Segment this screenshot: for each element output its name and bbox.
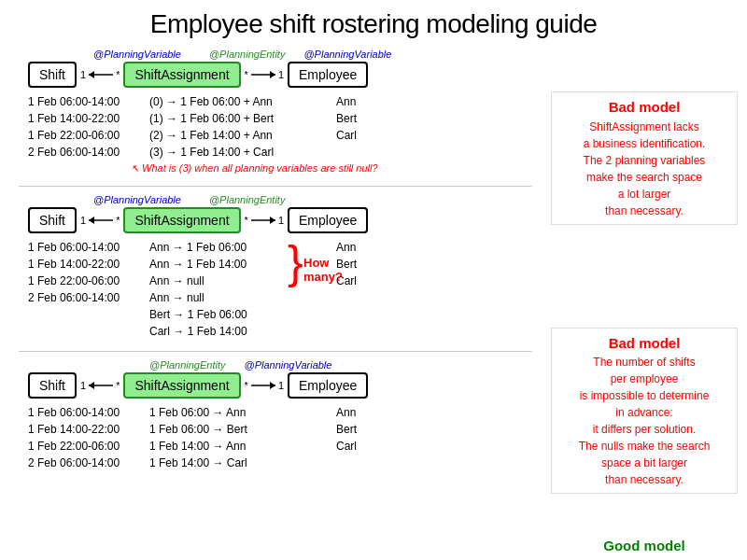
arrow-left-2 [87, 212, 115, 229]
arrow-left-1 [87, 66, 115, 83]
good-model-text: The number of employees per shift is kno… [556, 557, 733, 561]
employee-box-1: Employee [288, 62, 368, 88]
arrow-left-3 [87, 377, 115, 394]
page-title: Employee shift rostering modeling guide [0, 0, 747, 45]
shift-box-1: Shift [28, 62, 77, 88]
shift-box-2: Shift [28, 207, 77, 233]
ann-planning-var-1b: @PlanningVariable [303, 49, 391, 60]
ann-planning-var-1a: @PlanningVariable [93, 49, 181, 60]
assignment-data-1: (0) → 1 Feb 06:00 + Ann (1) → 1 Feb 06:0… [149, 93, 336, 161]
explanation-2: Bad model The number of shifts per emplo… [551, 328, 738, 495]
shift-box-3: Shift [28, 372, 77, 399]
shift-data-3: 1 Feb 06:00-14:00 1 Feb 14:00-22:00 1 Fe… [28, 404, 149, 471]
shift-assignment-box-2: ShiftAssignment [123, 207, 240, 233]
bad-model-text-2: The number of shifts per employee is imp… [557, 354, 732, 488]
ann-planning-var-3: @PlanningVariable [245, 359, 332, 371]
explanation-3: Good model The number of employees per s… [551, 531, 738, 560]
svg-marker-9 [89, 382, 94, 389]
assignment-data-2: Ann → 1 Feb 06:00 Ann → 1 Feb 14:00 Ann … [149, 239, 336, 340]
ann-planning-entity-1: @PlanningEntity [209, 49, 286, 60]
employee-data-3: Ann Bert Carl [336, 404, 411, 471]
diagram-section-1: @PlanningVariable @PlanningEntity @Plann… [9, 45, 542, 178]
diagram-section-3: @PlanningEntity @PlanningVariable Shift … [9, 356, 542, 475]
shift-assignment-box-3: ShiftAssignment [123, 372, 240, 399]
employee-data-1: Ann Bert Carl [336, 93, 411, 161]
employee-box-3: Employee [288, 372, 368, 399]
svg-marker-5 [89, 217, 94, 224]
svg-marker-11 [270, 382, 275, 389]
employee-box-2: Employee [288, 207, 368, 233]
svg-marker-3 [270, 71, 275, 78]
bad-model-title-2: Bad model [557, 333, 732, 355]
good-model-title: Good model [556, 536, 733, 557]
question-1: ↖ What is (3) when all planning variable… [9, 162, 542, 175]
employee-data-2: Ann Bert Carl [336, 239, 411, 340]
bad-model-text-1: ShiftAssignment lacks a business identif… [557, 119, 732, 219]
diagram-section-2: @PlanningVariable @PlanningEntity Shift … [9, 190, 542, 343]
ann-planning-entity-3: @PlanningEntity [149, 359, 226, 371]
shift-assignment-box-1: ShiftAssignment [123, 62, 240, 88]
svg-marker-7 [270, 217, 275, 224]
shift-data-1: 1 Feb 06:00-14:00 1 Feb 14:00-22:00 1 Fe… [28, 93, 149, 161]
ann-planning-var-2a: @PlanningVariable [93, 194, 181, 205]
explanation-1: Bad model ShiftAssignment lacks a busine… [551, 91, 738, 225]
arrow-right-2 [249, 212, 277, 229]
assignment-data-3: 1 Feb 06:00 → Ann 1 Feb 06:00 → Bert 1 F… [149, 404, 336, 471]
svg-marker-1 [89, 71, 94, 78]
how-many-label: How many? [303, 256, 343, 284]
ann-planning-entity-2: @PlanningEntity [209, 194, 286, 205]
arrow-right-3 [249, 377, 277, 394]
arrow-right-1 [249, 66, 277, 83]
bad-model-title-1: Bad model [557, 97, 732, 119]
shift-data-2: 1 Feb 06:00-14:00 1 Feb 14:00-22:00 1 Fe… [28, 239, 149, 340]
